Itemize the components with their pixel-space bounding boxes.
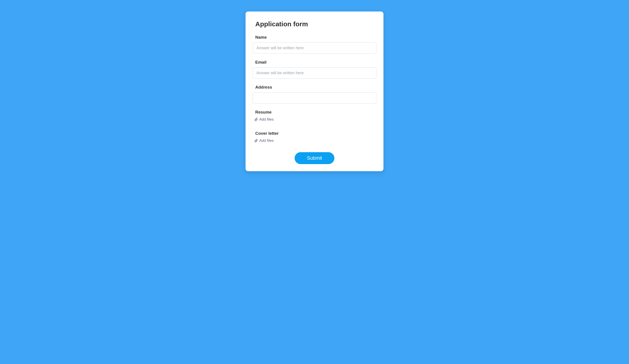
resume-field-group: Resume Add files xyxy=(253,110,376,122)
submit-row: Submit xyxy=(253,152,376,164)
address-field-group: Address xyxy=(253,85,376,104)
form-title: Application form xyxy=(253,20,376,28)
name-label: Name xyxy=(253,35,376,40)
resume-add-files-label: Add files xyxy=(259,117,274,122)
email-input[interactable] xyxy=(253,67,376,79)
paperclip-icon xyxy=(254,139,258,142)
cover-letter-add-files-label: Add files xyxy=(259,138,274,143)
paperclip-icon xyxy=(254,118,258,121)
name-input[interactable] xyxy=(253,42,376,54)
name-field-group: Name xyxy=(253,35,376,54)
cover-letter-field-group: Cover letter Add files xyxy=(253,131,376,143)
cover-letter-label: Cover letter xyxy=(253,131,376,136)
resume-add-files[interactable]: Add files xyxy=(253,117,274,122)
email-field-group: Email xyxy=(253,60,376,79)
address-input[interactable] xyxy=(253,92,376,104)
application-form-card: Application form Name Email Address Resu… xyxy=(246,11,383,171)
cover-letter-add-files[interactable]: Add files xyxy=(253,138,274,143)
address-label: Address xyxy=(253,85,376,90)
email-label: Email xyxy=(253,60,376,65)
submit-button[interactable]: Submit xyxy=(295,152,334,164)
resume-label: Resume xyxy=(253,110,376,115)
